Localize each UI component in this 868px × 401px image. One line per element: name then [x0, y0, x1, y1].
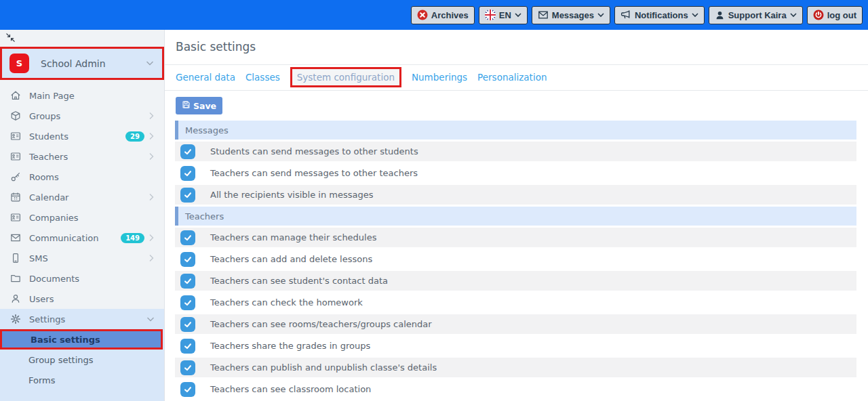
chevron-down-icon	[515, 12, 521, 18]
home-icon	[9, 90, 22, 101]
profile-name: School Admin	[41, 58, 146, 69]
topbar: Archives EN Messages Notifications Suppo…	[0, 0, 868, 30]
checkbox-checked[interactable]	[180, 339, 195, 354]
sidebar-item-communication[interactable]: Communication 149	[0, 228, 164, 248]
section-header-messages: Messages	[175, 121, 856, 140]
sidebar-item-sms[interactable]: SMS	[0, 248, 164, 268]
page-title: Basic settings	[176, 40, 256, 54]
phone-icon	[9, 253, 22, 263]
chevron-down-icon	[146, 60, 154, 66]
section-header-teachers: Teachers	[175, 207, 856, 226]
sidebar-subitem-label: Group settings	[28, 355, 94, 365]
support-user-button[interactable]: Support Kaira	[709, 6, 803, 24]
checkbox-checked[interactable]	[180, 274, 195, 289]
person-icon	[9, 293, 22, 304]
checkbox-checked[interactable]	[180, 188, 195, 203]
key-icon	[9, 171, 22, 182]
setting-row: Teachers can see classroom location	[175, 379, 856, 399]
cube-icon	[9, 110, 22, 121]
section-title: Messages	[185, 125, 229, 135]
checkbox-checked[interactable]	[180, 382, 195, 397]
tab-system-configuration[interactable]: System configuration	[290, 67, 401, 87]
logout-button[interactable]: log out	[807, 6, 863, 24]
sidebar-item-label: Teachers	[29, 152, 149, 162]
count-badge: 29	[125, 131, 144, 142]
support-user-label: Support Kaira	[728, 10, 787, 20]
calendar-icon	[9, 192, 22, 203]
checkbox-checked[interactable]	[180, 295, 195, 310]
section-title: Teachers	[185, 211, 224, 221]
chevron-down-icon	[790, 12, 797, 18]
collapse-sidebar-icon[interactable]	[5, 33, 16, 43]
sidebar-item-teachers[interactable]: Teachers	[0, 146, 164, 167]
archives-button[interactable]: Archives	[411, 6, 475, 24]
avatar: S	[9, 54, 29, 73]
envelope-icon	[538, 9, 549, 20]
setting-row: Teachers can manage their schedules	[175, 228, 856, 247]
sidebar-subitem-basic-settings[interactable]: Basic settings	[0, 329, 163, 350]
checkbox-checked[interactable]	[180, 317, 195, 332]
messages-button[interactable]: Messages	[532, 6, 610, 24]
sidebar-item-label: Main Page	[29, 91, 155, 101]
sidebar-item-main-page[interactable]: Main Page	[0, 85, 164, 106]
setting-label: Teachers can see classroom location	[210, 384, 371, 394]
tab-numberings[interactable]: Numberings	[412, 72, 467, 83]
checkbox-checked[interactable]	[180, 144, 195, 159]
setting-row: Teachers can see student's contact data	[175, 271, 856, 291]
sidebar-item-calendar[interactable]: Calendar	[0, 187, 164, 207]
folder-icon	[9, 273, 22, 284]
id-card-icon	[9, 212, 22, 223]
setting-label: Teachers can add and delete lessons	[210, 254, 372, 264]
logout-label: log out	[827, 10, 856, 20]
checkbox-checked[interactable]	[180, 166, 195, 181]
setting-label: Teachers can publish and unpublish class…	[210, 362, 437, 373]
tab-general-data[interactable]: General data	[176, 72, 235, 83]
school-admin-profile[interactable]: S School Admin	[0, 47, 164, 80]
sidebar-subitem-label: Basic settings	[31, 335, 100, 345]
chevron-down-icon	[692, 12, 698, 18]
notifications-button[interactable]: Notifications	[614, 6, 705, 24]
sidebar-item-users[interactable]: Users	[0, 289, 164, 309]
setting-label: Students can send messages to other stud…	[210, 146, 418, 156]
megaphone-icon	[620, 9, 631, 20]
setting-label: Teachers can check the homework	[210, 297, 363, 308]
chevron-right-icon	[149, 112, 155, 120]
sidebar: S School Admin Main Page Groups Students…	[0, 30, 165, 401]
sidebar-item-label: Calendar	[29, 192, 149, 203]
sidebar-item-companies[interactable]: Companies	[0, 207, 164, 228]
sidebar-subitem-forms[interactable]: Forms	[0, 370, 164, 390]
setting-label: Teachers share the grades in groups	[210, 341, 370, 351]
checkbox-checked[interactable]	[180, 360, 195, 375]
sidebar-item-label: Groups	[29, 111, 149, 121]
sidebar-item-label: SMS	[29, 253, 149, 263]
uk-flag-icon	[485, 9, 496, 20]
main-content: Basic settings General data Classes Syst…	[165, 30, 868, 401]
sidebar-item-rooms[interactable]: Rooms	[0, 167, 164, 187]
tab-classes[interactable]: Classes	[245, 72, 280, 83]
sidebar-item-label: Rooms	[29, 172, 155, 182]
checkbox-checked[interactable]	[180, 230, 195, 245]
tab-personalization[interactable]: Personalization	[477, 72, 547, 83]
setting-label: Teachers can send messages to other teac…	[210, 168, 418, 178]
sidebar-item-students[interactable]: Students 29	[0, 126, 164, 146]
checkbox-checked[interactable]	[180, 252, 195, 267]
setting-row: Teachers can check the homework	[175, 293, 856, 312]
language-button[interactable]: EN	[479, 6, 528, 24]
chevron-right-icon	[149, 234, 155, 242]
settings-panel: Messages Students can send messages to o…	[175, 121, 856, 401]
sidebar-item-settings[interactable]: Settings	[0, 309, 164, 329]
sidebar-subitem-group-settings[interactable]: Group settings	[0, 350, 164, 370]
save-button[interactable]: Save	[176, 97, 222, 114]
sidebar-item-label: Companies	[29, 213, 155, 223]
setting-label: Teachers can see student's contact data	[210, 276, 388, 286]
chevron-right-icon	[149, 254, 155, 262]
settings-group: Settings Basic settings Group settings F…	[0, 309, 164, 401]
setting-row: Teachers can see rooms/teachers/groups c…	[175, 314, 856, 334]
sidebar-item-label: Students	[29, 131, 125, 142]
setting-row: Teachers can send messages to other teac…	[175, 163, 856, 183]
tabs-row: General data Classes System configuratio…	[165, 65, 868, 91]
floppy-disk-icon	[182, 100, 191, 111]
sidebar-item-documents[interactable]: Documents	[0, 268, 164, 289]
sidebar-item-groups[interactable]: Groups	[0, 106, 164, 126]
section-rows-teachers: Teachers can manage their schedules Teac…	[175, 228, 856, 399]
